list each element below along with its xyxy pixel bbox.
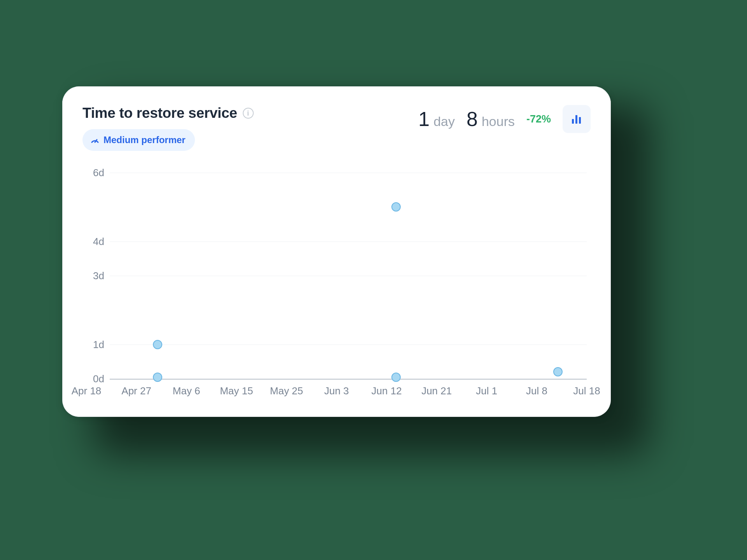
metric-days: 1 day (418, 107, 455, 131)
chart: 0d1d3d4d6d Apr 18Apr 27May 6May 15May 25… (82, 173, 591, 401)
data-point[interactable] (391, 202, 401, 212)
gridline (110, 379, 587, 380)
gauge-icon (90, 135, 100, 145)
svg-line-0 (95, 140, 97, 142)
data-point[interactable] (553, 367, 563, 376)
y-tick-label: 6d (82, 167, 104, 179)
performer-badge-label: Medium performer (103, 135, 186, 145)
metric-hours-unit: hours (482, 114, 515, 129)
x-tick-label: Jun 3 (324, 385, 349, 397)
chart-type-button[interactable] (563, 105, 591, 133)
card-title: Time to restore service (82, 105, 237, 121)
x-axis: Apr 18Apr 27May 6May 15May 25Jun 3Jun 12… (86, 382, 587, 401)
bar-chart-icon (570, 112, 584, 126)
performer-badge: Medium performer (82, 129, 195, 151)
x-tick-label: Apr 18 (72, 385, 102, 397)
title-row: Time to restore service i (82, 105, 254, 121)
gridline (110, 276, 587, 276)
x-tick-label: Apr 27 (121, 385, 151, 397)
svg-rect-2 (575, 115, 577, 124)
x-tick-label: May 25 (270, 385, 303, 397)
x-tick-label: Jun 12 (372, 385, 402, 397)
x-tick-label: May 15 (220, 385, 253, 397)
x-tick-label: Jul 18 (573, 385, 600, 397)
svg-rect-1 (572, 119, 574, 124)
metric-days-value: 1 (418, 107, 430, 131)
plot-area: 0d1d3d4d6d (110, 173, 587, 379)
card-header: Time to restore service i Medium perform… (82, 105, 591, 151)
gridline (110, 173, 587, 173)
y-tick-label: 1d (82, 338, 104, 350)
metric-card: Time to restore service i Medium perform… (62, 86, 611, 417)
x-tick-label: Jul 1 (476, 385, 497, 397)
metric-days-unit: day (433, 114, 455, 129)
info-icon[interactable]: i (243, 108, 254, 119)
data-point[interactable] (153, 373, 162, 382)
gridline (110, 242, 587, 242)
x-tick-label: Jun 21 (421, 385, 452, 397)
metric-delta: -72% (526, 113, 551, 125)
y-tick-label: 4d (82, 235, 104, 247)
metrics-row: 1 day 8 hours -72% (418, 105, 591, 133)
x-tick-label: Jul 8 (526, 385, 547, 397)
y-tick-label: 3d (82, 270, 104, 282)
gridline (110, 345, 587, 345)
data-point[interactable] (391, 373, 401, 382)
metric-hours-value: 8 (466, 107, 478, 131)
svg-rect-3 (579, 117, 581, 124)
metric-hours: 8 hours (466, 107, 515, 131)
title-block: Time to restore service i Medium perform… (82, 105, 254, 151)
data-point[interactable] (153, 340, 162, 349)
x-tick-label: May 6 (173, 385, 200, 397)
